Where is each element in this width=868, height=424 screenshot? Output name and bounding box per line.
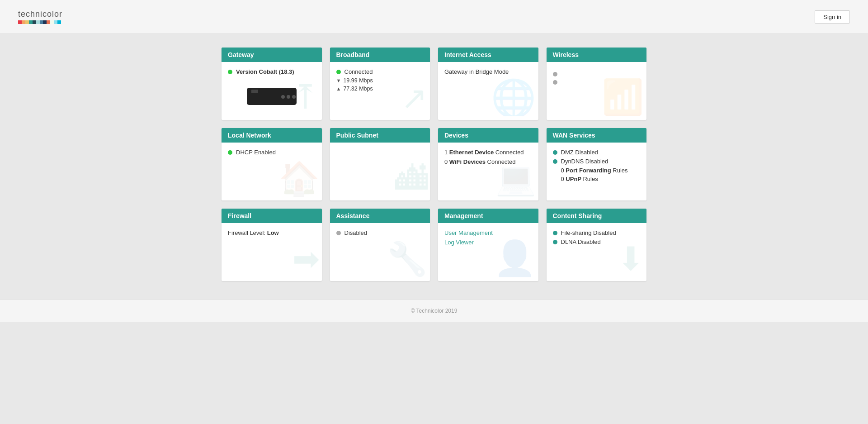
gateway-card[interactable]: Gateway Version Cobalt (18.3) ⤒ — [222, 48, 322, 120]
devices-ethernet-count: 1 — [444, 149, 449, 156]
firewall-bg-icon: ➡ — [292, 243, 320, 275]
download-icon: ▼ — [336, 78, 341, 83]
logo-area: technicolor — [18, 10, 62, 24]
devices-card-header: Devices — [438, 128, 538, 143]
wan-upnp-row: 0 UPnP Rules — [561, 176, 641, 182]
gateway-card-header: Gateway — [222, 48, 322, 62]
local-network-dot — [228, 150, 232, 155]
local-network-dhcp-label: DHCP Enabled — [236, 149, 276, 156]
wan-dyndns-dot — [553, 159, 557, 164]
internet-access-status: Gateway in Bridge Mode — [444, 68, 532, 75]
svg-rect-1 — [251, 90, 258, 93]
wireless-card-header: Wireless — [547, 48, 647, 62]
internet-bg-icon: 🌐 — [491, 80, 536, 116]
gateway-card-body: Version Cobalt (18.3) ⤒ — [222, 62, 322, 116]
footer: © Technicolor 2019 — [0, 299, 868, 322]
broadband-speed-up: 77.32 Mbps — [343, 86, 373, 92]
router-icon — [245, 80, 299, 107]
local-network-card-body: DHCP Enabled 🏠 — [222, 143, 322, 197]
wan-dmz-row: DMZ Disabled — [553, 149, 641, 156]
firewall-level-row: Firewall Level: Low — [228, 229, 316, 236]
internet-access-card-body: Gateway in Bridge Mode 🌐 — [438, 62, 538, 116]
public-subnet-card[interactable]: Public Subnet 🏙 — [330, 128, 430, 200]
assistance-card-body: Disabled 🔧 — [330, 223, 430, 277]
firewall-card[interactable]: Firewall Firewall Level: Low ➡ — [222, 209, 322, 281]
content-sharing-file-row: File-sharing Disabled — [553, 229, 641, 236]
wireless-dot-2 — [553, 80, 557, 85]
devices-ethernet-row: 1 Ethernet Device Connected — [444, 149, 532, 156]
broadband-card-body: Connected ▼ 19.99 Mbps ▲ 77.32 Mbps ↗ — [330, 62, 430, 116]
content-sharing-dlna-label: DLNA Disabled — [561, 238, 601, 245]
local-network-card-header: Local Network — [222, 128, 322, 143]
broadband-card[interactable]: Broadband Connected ▼ 19.99 Mbps ▲ 77.32… — [330, 48, 430, 120]
wan-services-card[interactable]: WAN Services DMZ Disabled DynDNS Disable… — [547, 128, 647, 200]
assistance-card[interactable]: Assistance Disabled 🔧 — [330, 209, 430, 281]
management-user-mgmt: User Management — [444, 229, 532, 236]
broadband-connected-label: Connected — [344, 68, 373, 75]
wireless-card-body: 📶 — [547, 62, 647, 116]
assistance-bg-icon: 🔧 — [387, 243, 428, 275]
svg-point-2 — [281, 95, 285, 99]
content-sharing-dlna-dot — [553, 240, 557, 244]
internet-access-card-header: Internet Access — [438, 48, 538, 62]
wan-dmz-label: DMZ Disabled — [561, 149, 598, 156]
broadband-status-dot — [336, 70, 341, 74]
logo-bar — [18, 20, 61, 24]
public-subnet-card-body: 🏙 — [330, 143, 430, 197]
broadband-bg-icon: ↗ — [401, 82, 428, 114]
wan-services-card-header: WAN Services — [547, 128, 647, 143]
svg-point-4 — [292, 95, 296, 99]
devices-wifi-row: 0 WiFi Devices Connected — [444, 158, 532, 165]
devices-card-body: 1 Ethernet Device Connected 0 WiFi Devic… — [438, 143, 538, 197]
wan-dyndns-label: DynDNS Disabled — [561, 158, 609, 165]
management-log-viewer: Log Viewer — [444, 239, 532, 246]
wan-port-forwarding-row: 0 Port Forwarding Rules — [561, 167, 641, 174]
wan-dmz-dot — [553, 150, 557, 155]
content-sharing-file-label: File-sharing Disabled — [561, 229, 616, 236]
dashboard-grid: Gateway Version Cobalt (18.3) ⤒ — [222, 48, 646, 281]
content-sharing-card-body: File-sharing Disabled DLNA Disabled ⬇ — [547, 223, 647, 277]
management-bg-icon: 👤 — [494, 241, 536, 275]
local-network-card[interactable]: Local Network DHCP Enabled 🏠 — [222, 128, 322, 200]
devices-card[interactable]: Devices 1 Ethernet Device Connected 0 Wi… — [438, 128, 538, 200]
firewall-card-body: Firewall Level: Low ➡ — [222, 223, 322, 277]
wan-dyndns-row: DynDNS Disabled — [553, 158, 641, 165]
logo-text: technicolor — [18, 10, 62, 19]
wireless-dot-row-2 — [553, 80, 641, 85]
top-bar: technicolor Sign in — [0, 0, 868, 34]
content-sharing-card[interactable]: Content Sharing File-sharing Disabled DL… — [547, 209, 647, 281]
content-sharing-file-dot — [553, 231, 557, 235]
broadband-speed-down-row: ▼ 19.99 Mbps — [336, 77, 424, 84]
wireless-bg-icon: 📶 — [602, 80, 644, 114]
gateway-status-row: Version Cobalt (18.3) — [228, 68, 316, 75]
wireless-dot-row-1 — [553, 72, 641, 76]
management-card[interactable]: Management User Management Log Viewer 👤 — [438, 209, 538, 281]
svg-point-3 — [287, 95, 290, 99]
devices-ethernet-status: Connected — [495, 149, 524, 156]
content-sharing-bg-icon: ⬇ — [617, 243, 644, 275]
management-card-header: Management — [438, 209, 538, 223]
assistance-status-dot — [336, 231, 341, 235]
gateway-version: Version Cobalt (18.3) — [236, 68, 294, 75]
local-network-dhcp-row: DHCP Enabled — [228, 149, 316, 156]
broadband-card-header: Broadband — [330, 48, 430, 62]
footer-copyright: © Technicolor 2019 — [411, 308, 458, 314]
wan-services-card-body: DMZ Disabled DynDNS Disabled 0 Port Forw… — [547, 143, 647, 197]
assistance-status-label: Disabled — [344, 229, 368, 236]
upload-icon: ▲ — [336, 86, 341, 91]
broadband-connected-row: Connected — [336, 68, 424, 75]
gateway-bg-icon: ⤒ — [291, 80, 320, 114]
public-subnet-bg-icon: 🏙 — [395, 162, 428, 195]
devices-ethernet-label: Ethernet Device — [449, 149, 495, 156]
gateway-status-dot — [228, 70, 232, 74]
gateway-image-area — [228, 80, 316, 107]
management-user-mgmt-link[interactable]: User Management — [444, 229, 493, 236]
local-network-bg-icon: 🏠 — [279, 162, 320, 195]
sign-in-button[interactable]: Sign in — [815, 10, 850, 24]
internet-access-card[interactable]: Internet Access Gateway in Bridge Mode 🌐 — [438, 48, 538, 120]
wireless-card[interactable]: Wireless 📶 — [547, 48, 647, 120]
management-log-viewer-link[interactable]: Log Viewer — [444, 239, 474, 246]
content-sharing-dlna-row: DLNA Disabled — [553, 238, 641, 245]
management-card-body: User Management Log Viewer 👤 — [438, 223, 538, 277]
wireless-dots-area — [553, 72, 641, 85]
